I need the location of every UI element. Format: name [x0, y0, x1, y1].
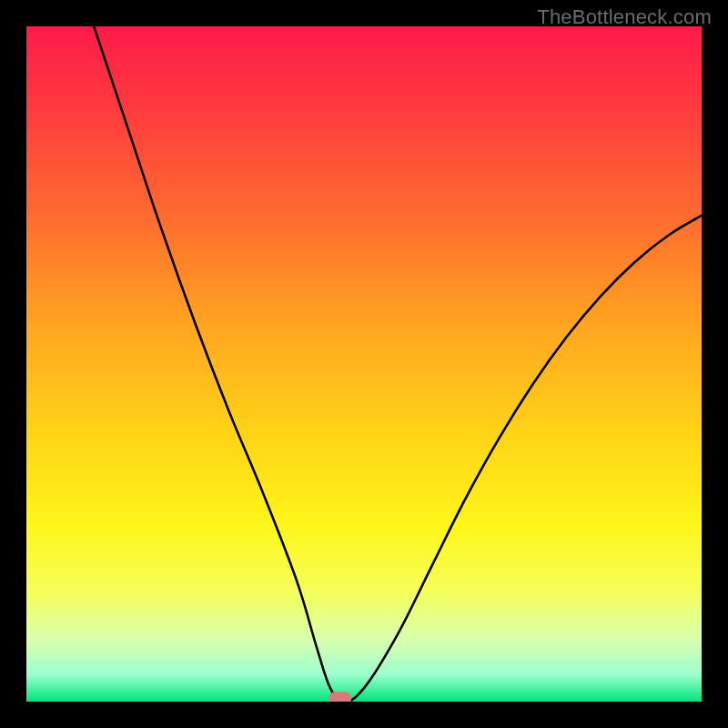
minimum-marker	[329, 692, 351, 702]
chart-svg	[26, 26, 702, 702]
chart-frame: TheBottleneck.com	[0, 0, 728, 728]
plot-area	[26, 26, 702, 702]
